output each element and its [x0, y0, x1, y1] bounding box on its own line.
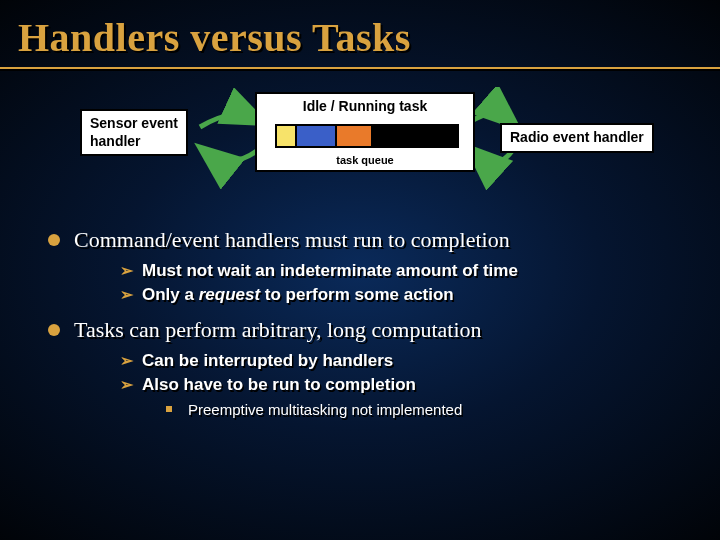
bullet-text: Must not wait an indeterminate amount of… — [142, 261, 518, 280]
bullet-text: Only a request to perform some action — [142, 285, 454, 304]
bullet-dot-icon — [48, 234, 60, 246]
sensor-handler-label: Sensor event handler — [90, 115, 178, 149]
sensor-handler-box: Sensor event handler — [80, 109, 188, 156]
bullet-text: Also have to be run to completion — [142, 375, 416, 394]
idle-running-label: Idle / Running task — [257, 98, 473, 114]
square-bullet-icon — [166, 406, 172, 412]
queue-cell — [337, 126, 373, 146]
slide-title: Handlers versus Tasks — [0, 0, 720, 61]
bullet-text: Tasks can perform arbitrary, long comput… — [74, 317, 482, 342]
bullet-dot-icon — [48, 324, 60, 336]
bullet-level1: Tasks can perform arbitrary, long comput… — [48, 317, 694, 419]
bullet-text: Preemptive multitasking not implemented — [188, 401, 462, 418]
chevron-icon: ➢ — [120, 375, 142, 394]
bullet-text: Command/event handlers must run to compl… — [74, 227, 510, 252]
bullet-level2: ➢Must not wait an indeterminate amount o… — [120, 261, 694, 281]
bullet-level2: ➢Also have to be run to completion Preem… — [120, 375, 694, 419]
task-queue-label: task queue — [257, 154, 473, 166]
radio-handler-label: Radio event handler — [510, 129, 644, 145]
queue-cell — [297, 126, 337, 146]
bullet-text: Can be interrupted by handlers — [142, 351, 393, 370]
content-area: Command/event handlers must run to compl… — [0, 227, 720, 419]
diagram-area: Sensor event handler Idle / Running task… — [0, 87, 720, 217]
chevron-icon: ➢ — [120, 261, 142, 280]
radio-handler-box: Radio event handler — [500, 123, 654, 153]
chevron-icon: ➢ — [120, 351, 142, 370]
title-underline — [0, 67, 720, 69]
bullet-level2: ➢Can be interrupted by handlers — [120, 351, 694, 371]
task-queue-cells — [275, 124, 459, 148]
bullet-level1: Command/event handlers must run to compl… — [48, 227, 694, 305]
queue-cell — [277, 126, 297, 146]
chevron-icon: ➢ — [120, 285, 142, 304]
task-queue-box: Idle / Running task task queue — [255, 92, 475, 172]
bullet-level2: ➢Only a request to perform some action — [120, 285, 694, 305]
bullet-level3: Preemptive multitasking not implemented — [166, 401, 694, 419]
queue-cell — [373, 126, 457, 146]
